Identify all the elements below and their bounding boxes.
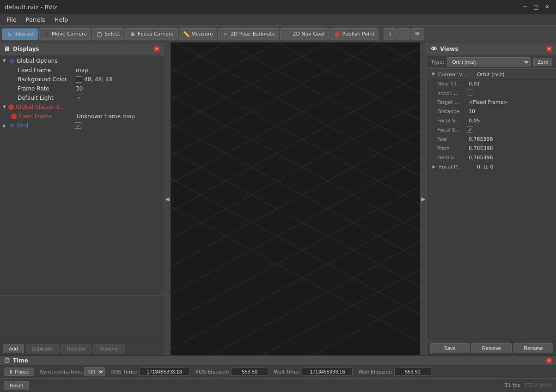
viewport[interactable] <box>171 42 420 355</box>
pitch-value: 0.785398 <box>469 145 493 151</box>
yaw-value: 0.785398 <box>469 136 493 142</box>
fixed-frame-status-text: Unknown frame map <box>77 113 135 120</box>
fps-display: 31 fps <box>504 382 520 388</box>
fixed-frame-row: Fixed Frame map <box>0 66 164 75</box>
rename-button[interactable]: Rename <box>93 344 125 353</box>
views-tree: ▶ Current V... Orbit (rviz) Near Cl... 0… <box>427 69 556 341</box>
ros-time-group: ROS Time: <box>110 368 189 376</box>
displays-close-button[interactable]: ✕ <box>153 46 160 52</box>
background-color-label: Background Color <box>18 76 73 83</box>
settings-toolbar-button[interactable]: 👁 <box>411 28 424 40</box>
views-rename-button[interactable]: Rename <box>513 343 553 353</box>
menu-help[interactable]: Help <box>50 15 73 24</box>
duplicate-button[interactable]: Duplicate <box>26 344 59 353</box>
add-button[interactable]: Add <box>3 344 24 353</box>
pause-button[interactable]: ⏸ Pause <box>4 368 34 376</box>
invert-checkbox[interactable] <box>467 90 473 96</box>
displays-lower-panel <box>0 296 164 342</box>
sync-select[interactable]: Off <box>84 367 105 376</box>
2d-pose-button[interactable]: ➤ 2D Pose Estimate <box>218 28 280 40</box>
views-type-row: Type: Orbit (rviz) Zero <box>427 55 556 69</box>
focus-camera-button[interactable]: ⊕ Focus Camera <box>125 28 178 40</box>
global-status-label: Global Status: E... <box>16 104 71 110</box>
fixed-frame-status-value: Unknown frame map <box>77 113 135 120</box>
default-light-checkbox[interactable]: ✓ <box>76 95 82 101</box>
arrow-green-icon: ➤ <box>222 31 229 37</box>
fixed-frame-text: map <box>76 67 88 73</box>
views-type-select[interactable]: Orbit (rviz) <box>447 57 531 66</box>
focal-shape-fixed-checkbox[interactable]: ✓ <box>467 127 473 133</box>
menu-file[interactable]: File <box>2 15 21 24</box>
global-options-label: Global Options <box>17 58 72 64</box>
time-content: ⏸ Pause Synchronization: Off ROS Time: R… <box>0 365 556 378</box>
sync-group: Synchronization: Off <box>40 367 105 376</box>
window-title: default.rviz - RViz <box>5 4 57 11</box>
add-toolbar-button[interactable]: + <box>384 28 396 40</box>
wall-elapsed-input[interactable] <box>394 368 431 376</box>
default-light-row: Default Light ✓ <box>0 93 164 103</box>
global-options-expand[interactable]: ▶ <box>1 57 8 65</box>
time-panel: ⏱ Time ✕ ⏸ Pause Synchronization: Off RO… <box>0 355 556 378</box>
interact-button[interactable]: ↖ Interact <box>2 28 38 40</box>
views-close-button[interactable]: ✕ <box>546 46 552 52</box>
fixed-frame-status-row: Fixed Frame Unknown frame map <box>0 112 164 121</box>
ros-elapsed-label: ROS Elapsed: <box>196 369 230 375</box>
ros-time-input[interactable] <box>139 368 190 376</box>
views-zero-button[interactable]: Zero <box>533 58 552 66</box>
eye-icon: 👁 <box>415 31 420 37</box>
views-type-label: Type: <box>431 59 444 65</box>
clock-icon: ⏱ <box>4 357 10 364</box>
grid-expand[interactable]: ▶ <box>1 122 8 129</box>
measure-button[interactable]: 📏 Measure <box>179 28 217 40</box>
sync-label: Synchronization: <box>40 369 82 375</box>
time-close-button[interactable]: ✕ <box>546 357 552 364</box>
current-view-expand[interactable]: ▶ <box>430 71 437 78</box>
minus-toolbar-button[interactable]: − <box>397 28 410 40</box>
focal-point-expand[interactable]: ▶ <box>430 163 437 170</box>
focal-shape-fixed-label: Focal S... <box>430 127 467 133</box>
target-row: Target ... <Fixed Frame> <box>427 97 556 107</box>
distance-value: 10 <box>469 109 475 115</box>
toolbar-separator <box>381 29 381 39</box>
menu-panels[interactable]: Panels <box>21 15 50 24</box>
current-view-label: Current V... <box>438 72 475 78</box>
fixed-frame-value: map <box>76 67 88 73</box>
grid-group: ▶ ⚙ Grid ✓ <box>0 121 164 130</box>
toolbar: ↖ Interact 🎥 Move Camera ▢ Select ⊕ Focu… <box>0 26 556 42</box>
remove-button[interactable]: Remove <box>61 344 92 353</box>
views-save-button[interactable]: Save <box>430 343 470 353</box>
plus-icon: + <box>388 31 392 37</box>
select-button[interactable]: ▢ Select <box>92 28 124 40</box>
gear-blue-icon: ⚙ <box>8 122 16 129</box>
move-camera-button[interactable]: 🎥 Move Camera <box>39 28 91 40</box>
ros-elapsed-input[interactable] <box>231 368 268 376</box>
3d-viewport[interactable] <box>171 42 420 355</box>
fixed-frame-label: Fixed Frame <box>18 67 73 73</box>
arrow-purple-icon: ➤ <box>284 31 291 37</box>
reset-button[interactable]: Reset <box>4 381 29 390</box>
minimize-button[interactable]: ─ <box>521 3 529 11</box>
grid-checkbox[interactable]: ✓ <box>75 122 81 129</box>
views-panel: 👁 Views ✕ Type: Orbit (rviz) Zero ▶ Curr… <box>427 42 556 355</box>
displays-panel-icon: 🖥 <box>4 45 10 53</box>
status-error-icon <box>8 104 14 110</box>
publish-point-button[interactable]: ● Publish Point <box>330 28 379 40</box>
background-color-row: Background Color 48; 48; 48 <box>0 75 164 84</box>
displays-panel-title: Displays <box>13 46 39 52</box>
left-collapse-button[interactable]: ◀ <box>164 42 171 355</box>
focal-point-expand-row: ▶ Focal P... <box>430 163 475 170</box>
2d-nav-button[interactable]: ➤ 2D Nav Goal <box>280 28 329 40</box>
default-light-label: Default Light <box>18 95 73 101</box>
color-swatch[interactable] <box>76 76 82 83</box>
right-collapse-button[interactable]: ▶ <box>420 42 427 355</box>
views-remove-button[interactable]: Remove <box>471 343 511 353</box>
fixed-frame-status-icon <box>11 114 17 119</box>
distance-label: Distance <box>430 109 467 115</box>
cursor-icon: ↖ <box>6 31 12 37</box>
global-status-expand[interactable]: ▶ <box>1 103 8 111</box>
focal-point-label: Focal P... <box>438 164 475 170</box>
ros-elapsed-group: ROS Elapsed: <box>196 368 269 376</box>
close-button[interactable]: ✕ <box>543 3 551 11</box>
wall-time-input[interactable] <box>302 368 353 376</box>
maximize-button[interactable]: □ <box>532 3 540 11</box>
